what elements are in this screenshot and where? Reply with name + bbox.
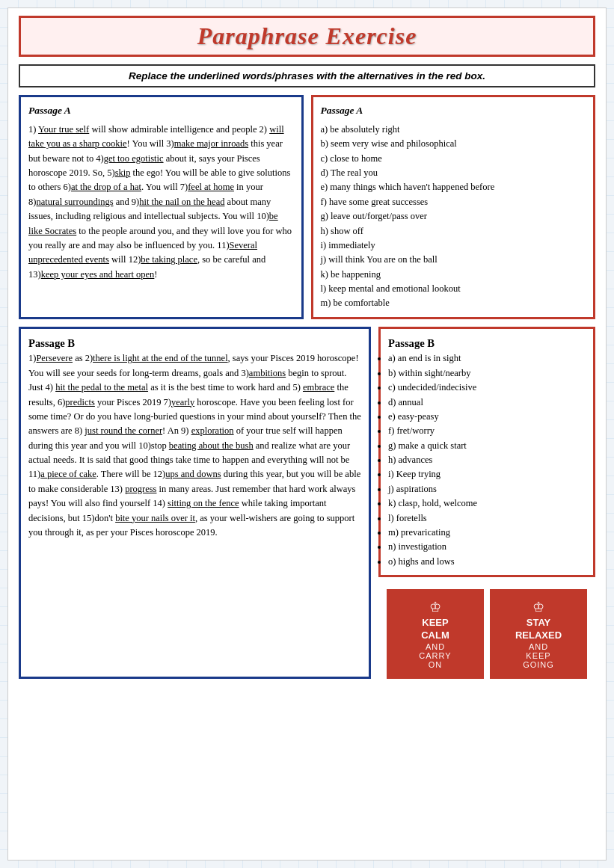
passage-a-answers-title: Passage A [321, 103, 586, 119]
keep-calm-card-2: ♔ STAY RELAXED AND KEEP GOING [490, 589, 587, 679]
passage-b-text: 1)Persevere as 2)there is light at the e… [28, 351, 361, 540]
page-title: Paraphrase Exercise [28, 22, 586, 50]
list-item: h) advances [388, 453, 586, 467]
instruction-text: Replace the underlined words/phrases wit… [28, 70, 586, 81]
list-item: o) highs and lows [388, 555, 586, 569]
list-item: h) show off [321, 224, 586, 238]
list-item: d) annual [388, 395, 586, 410]
passage-a-text: 1) Your true self will show admirable in… [28, 123, 294, 282]
list-item: l) keep mental and emotional lookout [321, 282, 586, 296]
list-item: e) easy-peasy [388, 410, 586, 424]
keep-calm-2-line1: STAY [515, 617, 562, 630]
list-item: a) an end is in sight [388, 351, 586, 366]
list-item: m) prevaricating [388, 526, 586, 540]
keep-calm-2-line4: KEEP [523, 651, 554, 660]
keep-calm-2-line3: AND [523, 642, 554, 651]
instruction-box: Replace the underlined words/phrases wit… [19, 64, 595, 87]
keep-calm-2-line5: GOING [523, 660, 554, 669]
keep-calm-1-line2: CALM [421, 630, 449, 642]
keep-calm-1-line5: ON [419, 660, 451, 669]
crown-icon-2: ♔ [532, 599, 544, 615]
crown-icon-1: ♔ [429, 599, 441, 615]
title-box: Paraphrase Exercise [19, 16, 595, 57]
keep-calm-section: ♔ KEEP CALM AND CARRY ON ♔ STAY [378, 589, 595, 679]
top-columns: Passage A 1) Your true self will show ad… [19, 95, 595, 319]
list-item: f) fret/worry [388, 424, 586, 438]
list-item: n) investigation [388, 540, 586, 554]
passage-b-answers-title: Passage B [388, 335, 586, 352]
list-item: b) seem very wise and philosophical [321, 137, 586, 151]
list-item: c) close to home [321, 152, 586, 166]
passage-a-title: Passage A [28, 103, 294, 119]
list-item: c) undecided/indecisive [388, 381, 586, 395]
keep-calm-2-line2: RELAXED [515, 630, 562, 642]
list-item: d) The real you [321, 166, 586, 180]
list-item: j) will think You are on the ball [321, 253, 586, 267]
keep-calm-card-1: ♔ KEEP CALM AND CARRY ON [387, 589, 484, 679]
bottom-columns: Passage B 1)Persevere as 2)there is ligh… [19, 327, 595, 679]
passage-b-answers-box: Passage B a) an end is in sight b) withi… [378, 327, 595, 577]
keep-calm-1-line3: AND [419, 642, 451, 651]
passage-b-answers-list: a) an end is in sight b) within sight/ne… [388, 351, 586, 569]
passage-a-box: Passage A 1) Your true self will show ad… [19, 95, 304, 319]
passage-a-answers-list: a) be absolutely right b) seem very wise… [321, 123, 586, 311]
passage-b-title: Passage B [28, 335, 361, 352]
keep-calm-1-line4: CARRY [419, 651, 451, 660]
list-item: a) be absolutely right [321, 123, 586, 137]
keep-calm-1-line1: KEEP [421, 617, 449, 630]
list-item: j) aspirations [388, 482, 586, 496]
list-item: b) within sight/nearby [388, 366, 586, 381]
list-item: k) be happening [321, 268, 586, 282]
list-item: m) be comfortable [321, 296, 586, 310]
page: Paraphrase Exercise Replace the underlin… [7, 7, 607, 861]
list-item: f) have some great successes [321, 195, 586, 209]
list-item: i) immediately [321, 238, 586, 253]
list-item: i) Keep trying [388, 467, 586, 481]
list-item: e) many things which haven't happened be… [321, 180, 586, 194]
passage-a-answers-box: Passage A a) be absolutely right b) seem… [311, 95, 596, 319]
list-item: g) leave out/forget/pass over [321, 209, 586, 224]
list-item: k) clasp, hold, welcome [388, 496, 586, 511]
list-item: l) foretells [388, 511, 586, 526]
list-item: g) make a quick start [388, 439, 586, 453]
passage-b-box: Passage B 1)Persevere as 2)there is ligh… [19, 327, 371, 679]
right-column: Passage B a) an end is in sight b) withi… [378, 327, 595, 679]
